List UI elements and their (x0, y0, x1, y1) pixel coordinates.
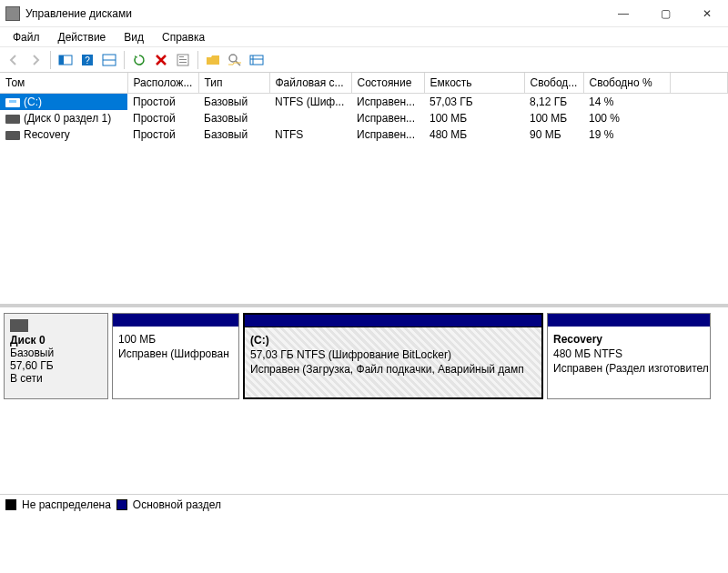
legend-bar: Не распределена Основной раздел (0, 494, 728, 515)
menu-file[interactable]: Файл (5, 29, 47, 45)
disk-info-box[interactable]: Диск 0 Базовый 57,60 ГБ В сети (4, 313, 108, 399)
partition-sub: 57,03 ГБ NTFS (Шифрование BitLocker) (250, 348, 451, 361)
help-button[interactable]: ? (77, 50, 97, 70)
col-layout[interactable]: Располож... (127, 73, 198, 94)
col-status[interactable]: Состояние (351, 73, 424, 94)
col-type[interactable]: Тип (198, 73, 269, 94)
partition-sub: 480 МБ NTFS (553, 347, 622, 360)
volume-name: (Диск 0 раздел 1) (24, 112, 111, 125)
partition-status: Исправен (Загрузка, Файл подкачки, Авари… (250, 363, 524, 376)
menu-action[interactable]: Действие (51, 29, 114, 45)
volume-icon (5, 98, 20, 107)
legend-primary-label: Основной раздел (133, 498, 221, 511)
volume-status: Исправен... (351, 94, 424, 111)
volume-icon (5, 115, 20, 124)
menu-bar: Файл Действие Вид Справка (0, 27, 728, 47)
volume-status: Исправен... (351, 110, 424, 126)
volume-fs: NTFS (269, 126, 351, 143)
disk-icon (10, 319, 28, 332)
detail-pane-button[interactable] (99, 50, 119, 70)
volume-free: 8,12 ГБ (524, 94, 583, 111)
volume-icon (5, 131, 20, 140)
properties-button[interactable] (173, 50, 193, 70)
menu-view[interactable]: Вид (116, 29, 151, 45)
svg-rect-8 (179, 59, 187, 60)
disk-label: Диск 0 (10, 334, 102, 347)
volume-type: Базовый (198, 94, 269, 111)
disk-type: Базовый (10, 347, 102, 359)
volume-name: (C:) (24, 96, 42, 108)
svg-rect-7 (179, 56, 184, 57)
title-bar: Управление дисками — ▢ ✕ (0, 0, 728, 27)
menu-help[interactable]: Справка (155, 29, 212, 45)
list-view-button[interactable] (247, 50, 267, 70)
volume-capacity: 100 МБ (424, 110, 524, 126)
partition-box[interactable]: (C:)57,03 ГБ NTFS (Шифрование BitLocker)… (243, 313, 543, 399)
back-button[interactable] (4, 50, 24, 70)
refresh-button[interactable] (129, 50, 149, 70)
legend-unallocated-label: Не распределена (22, 498, 111, 511)
volume-table: Том Располож... Тип Файловая с... Состоя… (0, 73, 728, 143)
svg-rect-9 (179, 62, 187, 63)
close-button[interactable]: ✕ (686, 0, 728, 27)
delete-button[interactable] (151, 50, 171, 70)
volume-type: Базовый (198, 110, 269, 126)
col-name[interactable]: Том (0, 73, 127, 94)
partition-title: (C:) (250, 334, 269, 347)
volume-layout: Простой (127, 126, 198, 143)
window-title: Управление дисками (25, 7, 602, 20)
disk-status: В сети (10, 372, 102, 385)
col-spacer (670, 73, 728, 94)
volume-fs: NTFS (Шиф... (269, 94, 351, 111)
volume-freepct: 100 % (583, 110, 670, 126)
legend-unallocated-swatch (5, 499, 16, 510)
volume-capacity: 57,03 ГБ (424, 94, 524, 111)
volume-row[interactable]: (Диск 0 раздел 1) Простой Базовый Исправ… (0, 110, 728, 126)
maximize-button[interactable]: ▢ (644, 0, 686, 27)
volume-name: Recovery (24, 128, 70, 141)
volume-freepct: 19 % (583, 126, 670, 143)
minimize-button[interactable]: — (602, 0, 644, 27)
svg-text:?: ? (85, 55, 90, 65)
volume-capacity: 480 МБ (424, 126, 524, 143)
volume-layout: Простой (127, 94, 198, 111)
partition-status: Исправен (Раздел изготовител (553, 362, 709, 375)
volume-row[interactable]: Recovery Простой Базовый NTFS Исправен..… (0, 126, 728, 143)
legend-primary-swatch (116, 499, 127, 510)
volume-free: 100 МБ (524, 110, 583, 126)
volume-list-pane[interactable]: Том Располож... Тип Файловая с... Состоя… (0, 73, 728, 307)
col-free[interactable]: Свобод... (524, 73, 583, 94)
partition-stripe (548, 314, 710, 327)
volume-type: Базовый (198, 126, 269, 143)
svg-rect-12 (250, 55, 263, 65)
svg-rect-1 (59, 55, 64, 65)
disk-row: Диск 0 Базовый 57,60 ГБ В сети 100 МБИсп… (4, 313, 724, 399)
partition-sub: 100 МБ (118, 333, 156, 346)
volume-freepct: 14 % (583, 94, 670, 111)
partition-stripe (113, 314, 238, 327)
partition-box[interactable]: 100 МБИсправен (Шифрован (112, 313, 239, 399)
col-freepct[interactable]: Свободно % (583, 73, 670, 94)
app-icon (5, 6, 20, 21)
volume-row[interactable]: (C:) Простой Базовый NTFS (Шиф... Исправ… (0, 94, 728, 111)
partition-status: Исправен (Шифрован (118, 347, 229, 360)
volume-fs (269, 110, 351, 126)
svg-point-10 (229, 55, 237, 62)
toolbar: ? (0, 47, 728, 73)
search-button[interactable] (225, 50, 245, 70)
new-folder-button[interactable] (203, 50, 223, 70)
col-capacity[interactable]: Емкость (424, 73, 524, 94)
toggle-pane-button[interactable] (56, 50, 76, 70)
col-fs[interactable]: Файловая с... (269, 73, 351, 94)
partition-title: Recovery (553, 333, 602, 346)
disk-capacity: 57,60 ГБ (10, 359, 102, 372)
partition-stripe (245, 315, 541, 327)
volume-layout: Простой (127, 110, 198, 126)
volume-free: 90 МБ (524, 126, 583, 143)
forward-button[interactable] (25, 50, 46, 70)
volume-status: Исправен... (351, 126, 424, 143)
graphical-view-pane[interactable]: Диск 0 Базовый 57,60 ГБ В сети 100 МБИсп… (0, 307, 728, 515)
partition-box[interactable]: Recovery480 МБ NTFSИсправен (Раздел изго… (547, 313, 711, 399)
